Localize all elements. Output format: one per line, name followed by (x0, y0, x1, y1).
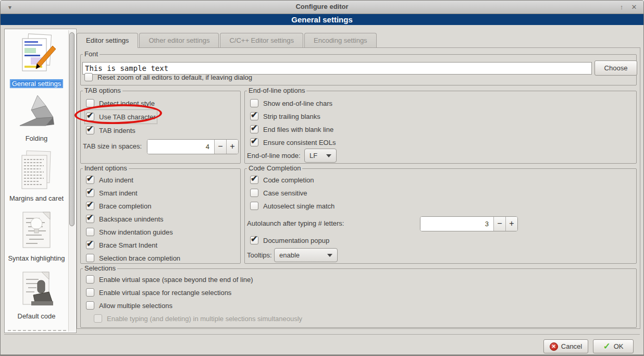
code-completion-group: Code Completion ✔ Code completion ✔ Case… (244, 168, 637, 264)
eol-mode-dropdown[interactable]: LF (304, 149, 337, 163)
maximize-icon[interactable]: ↑ (616, 2, 627, 13)
indent-options-group: Indent options ✔ Auto indent ✔ Smart ind… (80, 168, 241, 264)
sidebar-item-default-code[interactable]: Default code (16, 269, 58, 321)
ok-button[interactable]: ✓ OK (593, 339, 634, 353)
autolaunch-label: Autolaunch after typing # letters: (247, 219, 344, 227)
sidebar-items: General settings Folding (5, 29, 68, 321)
tab-size-value[interactable]: 4 (147, 140, 214, 154)
sidebar-scrollbar-thumb[interactable] (69, 32, 75, 226)
sidebar-item-general-settings[interactable]: General settings (10, 32, 64, 88)
titlebar: ▾ Configure editor ↑ ✕ (1, 1, 643, 14)
autolaunch-increment-button[interactable]: + (505, 217, 517, 231)
checkbox-icon: ✔ (86, 275, 94, 284)
checkbox-icon: ✔ (250, 112, 258, 120)
sidebar-item-margins-and-caret[interactable]: Margins and caret (7, 149, 66, 203)
checkbox-enable-virtual-space[interactable]: ✔ Enable virtual space (space beyond the… (86, 274, 253, 285)
checkbox-icon: ✔ (86, 113, 94, 121)
checkbox-strip-trailing-blanks[interactable]: ✔ Strip trailing blanks (250, 111, 320, 122)
checkbox-icon: ✔ (86, 288, 94, 297)
checkbox-icon: ✔ (86, 176, 94, 184)
chevron-down-icon (326, 154, 331, 157)
sidebar-scrollbar[interactable] (68, 30, 75, 332)
checkbox-icon: ✔ (86, 254, 94, 262)
checkbox-backspace-unindents[interactable]: ✔ Backspace unindents (86, 213, 164, 225)
checkbox-icon: ✔ (250, 125, 258, 133)
tab-encoding-settings[interactable]: Encoding settings (304, 33, 377, 47)
checkbox-selection-brace-completion[interactable]: ✔ Selection brace completion (86, 252, 180, 264)
font-group-legend: Font (83, 51, 100, 58)
checkbox-icon: ✔ (250, 99, 258, 107)
checkbox-use-tab-character[interactable]: ✔ Use TAB character (86, 111, 156, 122)
checkbox-end-files-blank-line[interactable]: ✔ End files with blank line (250, 124, 333, 135)
choose-font-button[interactable]: Choose (595, 60, 637, 76)
checkbox-code-completion[interactable]: ✔ Code completion (250, 174, 314, 186)
sidebar-item-label[interactable]: Default code (16, 312, 58, 321)
configure-editor-dialog: ▾ Configure editor ↑ ✕ General settings (0, 0, 644, 356)
tab-editor-settings[interactable]: Editor settings (77, 33, 138, 48)
tab-other-editor-settings[interactable]: Other editor settings (139, 33, 219, 47)
page-title: General settings (1, 14, 643, 25)
tooltips-dropdown[interactable]: enable (274, 248, 338, 262)
tab-cpp-editor-settings[interactable]: C/C++ Editor settings (220, 33, 303, 47)
sidebar-item-label[interactable]: Syntax highlighting (6, 254, 67, 263)
indent-options-legend: Indent options (83, 165, 129, 172)
checkbox-show-indentation-guides[interactable]: ✔ Show indentation guides (86, 226, 173, 238)
checkbox-detect-indent-style[interactable]: ✔ Detect indent style (86, 97, 155, 109)
sidebar-item-label[interactable]: Margins and caret (7, 194, 66, 203)
checkbox-icon: ✔ (86, 301, 94, 310)
cancel-button[interactable]: ✕ Cancel (543, 339, 588, 353)
pages-icon (17, 149, 56, 193)
eol-options-legend: End-of-line options (247, 87, 306, 94)
sidebar-item-label[interactable]: General settings (10, 79, 64, 88)
checkbox-smart-indent[interactable]: ✔ Smart indent (86, 187, 138, 199)
checkbox-virtual-space-rectangle[interactable]: ✔ Enable virtual space for rectangle sel… (86, 287, 231, 298)
cancel-icon: ✕ (550, 342, 558, 351)
checkbox-allow-multiple-selections[interactable]: ✔ Allow multiple selections (86, 300, 172, 311)
tab-size-decrement-button[interactable]: − (214, 140, 226, 154)
autolaunch-decrement-button[interactable]: − (493, 217, 505, 231)
autolaunch-spinner[interactable]: 3 − + (420, 216, 518, 231)
checkbox-autoselect-single-match[interactable]: ✔ Autoselect single match (250, 200, 335, 212)
checkbox-reset-zoom[interactable]: ✔ Reset zoom of all editors to default, … (84, 71, 252, 83)
window-bottom-edge (1, 354, 643, 355)
chevron-down-icon (327, 254, 332, 257)
checkbox-icon: ✔ (86, 189, 94, 197)
window-title: Configure editor (1, 3, 643, 10)
checkbox-documentation-popup[interactable]: ✔ Documentation popup (250, 235, 329, 246)
checkbox-show-eol-chars[interactable]: ✔ Show end-of-line chars (250, 97, 332, 109)
autolaunch-value[interactable]: 3 (420, 217, 493, 231)
editor-settings-panel: Font Choose ✔ Reset zoom of all editors … (77, 47, 640, 329)
close-icon[interactable]: ✕ (629, 2, 639, 13)
sidebar-item-folding[interactable]: Folding (16, 93, 57, 143)
tab-size-label: TAB size in spaces: (83, 142, 142, 150)
sidebar-item-label[interactable]: Folding (23, 134, 50, 143)
checkbox-tab-indents[interactable]: ✔ TAB indents (86, 125, 135, 136)
checkbox-icon: ✔ (250, 138, 258, 146)
checkbox-icon: ✔ (86, 202, 94, 210)
tab-size-spinner[interactable]: 4 − + (147, 139, 239, 154)
checkbox-brace-smart-indent[interactable]: ✔ Brace Smart Indent (86, 239, 157, 251)
tooltips-value: enable (279, 251, 300, 259)
checkbox-icon: ✔ (94, 314, 102, 323)
footer-separator (4, 334, 640, 335)
tab-size-increment-button[interactable]: + (226, 140, 238, 154)
tab-bar: Editor settings Other editor settings C/… (77, 33, 378, 48)
checkbox-case-sensitive[interactable]: ✔ Case sensitive (250, 187, 307, 199)
checkbox-brace-completion[interactable]: ✔ Brace completion (86, 200, 151, 212)
tooltips-label: Tooltips: (247, 251, 272, 259)
selections-legend: Selections (83, 265, 117, 272)
sidebar-item-syntax-highlighting[interactable]: Syntax highlighting (6, 209, 67, 263)
checkbox-auto-indent[interactable]: ✔ Auto indent (86, 174, 133, 186)
sidebar: General settings Folding (4, 29, 77, 333)
checkbox-ensure-consistent-eols[interactable]: ✔ Ensure consistent EOLs (250, 137, 336, 148)
checkbox-icon: ✔ (86, 126, 94, 134)
checkbox-icon: ✔ (250, 176, 258, 184)
checkbox-icon: ✔ (250, 189, 258, 197)
checkbox-enable-typing-multiple-selections: ✔ Enable typing (and deleting) in multip… (94, 313, 302, 324)
checkbox-icon: ✔ (86, 99, 94, 107)
code-completion-legend: Code Completion (247, 165, 302, 172)
checkbox-icon: ✔ (86, 215, 94, 223)
tab-options-legend: TAB options (83, 87, 122, 94)
page-bulb-icon (17, 209, 56, 253)
checkbox-icon: ✔ (250, 202, 258, 210)
